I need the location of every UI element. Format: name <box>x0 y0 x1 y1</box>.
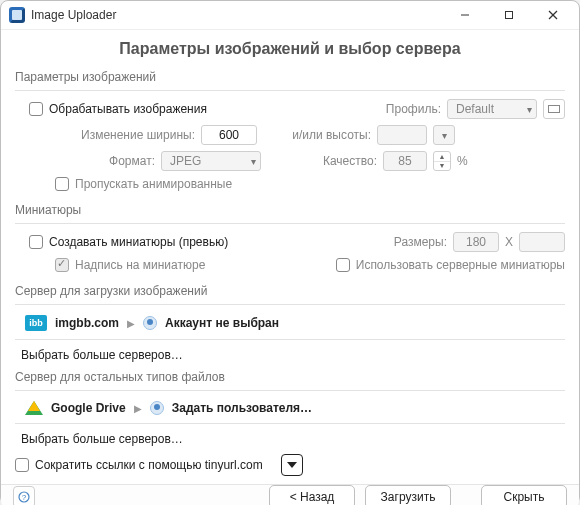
group-params-title: Параметры изображений <box>15 66 565 86</box>
divider <box>15 390 565 391</box>
thumb-width-input[interactable] <box>453 232 499 252</box>
divider <box>15 304 565 305</box>
create-thumbs-checkbox[interactable] <box>29 235 43 249</box>
divider <box>15 90 565 91</box>
quality-label: Качество: <box>309 154 377 168</box>
page-title: Параметры изображений и выбор сервера <box>1 30 579 66</box>
thumb-caption-label: Надпись на миниатюре <box>75 258 205 272</box>
chevron-right-icon: ▶ <box>127 318 135 329</box>
file-server-row[interactable]: Google Drive ▶ Задать пользователя… <box>15 397 565 419</box>
resize-width-label: Изменение ширины: <box>55 128 195 142</box>
content: Параметры изображений Обрабатывать изобр… <box>1 66 579 484</box>
process-images-label: Обрабатывать изображения <box>49 102 207 116</box>
back-button[interactable]: < Назад <box>269 485 355 505</box>
divider <box>15 423 565 424</box>
group-thumbs-title: Миниатюры <box>15 199 565 219</box>
format-select[interactable]: JPEG ▾ <box>161 151 261 171</box>
user-icon <box>143 316 157 330</box>
chevron-down-icon: ▾ <box>442 130 447 141</box>
image-server-row[interactable]: ibb imgbb.com ▶ Аккаунт не выбран <box>15 311 565 335</box>
google-drive-icon <box>25 401 43 415</box>
resize-mode-select[interactable]: ▾ <box>433 125 455 145</box>
resize-width-input[interactable] <box>201 125 257 145</box>
profile-label: Профиль: <box>383 102 441 116</box>
file-server-account[interactable]: Задать пользователя… <box>172 401 312 415</box>
server-thumbs-label: Использовать серверные миниатюры <box>356 258 565 272</box>
profile-manage-button[interactable] <box>543 99 565 119</box>
chevron-right-icon: ▶ <box>134 403 142 414</box>
server-thumbs-checkbox[interactable] <box>336 258 350 272</box>
imgbb-icon: ibb <box>25 315 47 331</box>
quality-unit: % <box>457 154 468 168</box>
app-icon <box>9 7 25 23</box>
maximize-button[interactable] <box>487 1 531 29</box>
shorten-links-checkbox[interactable] <box>15 458 29 472</box>
upload-button[interactable]: Загрузить <box>365 485 451 505</box>
format-label: Формат: <box>55 154 155 168</box>
help-button[interactable]: ? <box>13 486 35 505</box>
divider <box>15 223 565 224</box>
group-image-server-title: Сервер для загрузки изображений <box>15 280 565 300</box>
thumb-size-label: Размеры: <box>394 235 447 249</box>
skip-animated-label: Пропускать анимированные <box>75 177 232 191</box>
process-images-checkbox[interactable] <box>29 102 43 116</box>
resize-height-label: и/или высоты: <box>287 128 371 142</box>
footer: ? < Назад Загрузить Скрыть <box>1 484 579 505</box>
svg-text:?: ? <box>22 493 27 502</box>
thumb-x-label: X <box>505 235 513 249</box>
app-title: Image Uploader <box>31 8 116 22</box>
user-icon <box>150 401 164 415</box>
titlebar: Image Uploader <box>1 1 579 30</box>
quality-stepper[interactable]: ▲▼ <box>433 151 451 171</box>
chevron-down-icon <box>287 462 297 468</box>
hide-button[interactable]: Скрыть <box>481 485 567 505</box>
group-file-server-title: Сервер для остальных типов файлов <box>15 366 565 386</box>
image-server-account[interactable]: Аккаунт не выбран <box>165 316 279 330</box>
thumb-height-input[interactable] <box>519 232 565 252</box>
close-button[interactable] <box>531 1 575 29</box>
file-server-name: Google Drive <box>51 401 126 415</box>
divider <box>15 339 565 340</box>
quality-input[interactable] <box>383 151 427 171</box>
chevron-down-icon: ▾ <box>527 104 532 115</box>
profile-select[interactable]: Default ▾ <box>447 99 537 119</box>
minimize-button[interactable] <box>443 1 487 29</box>
svg-rect-4 <box>549 106 560 113</box>
shorten-links-label: Сократить ссылки с помощью tinyurl.com <box>35 458 263 472</box>
image-server-more[interactable]: Выбрать больше серверов… <box>21 348 183 362</box>
create-thumbs-label: Создавать миниатюры (превью) <box>49 235 228 249</box>
window: Image Uploader Параметры изображений и в… <box>0 0 580 505</box>
image-server-name: imgbb.com <box>55 316 119 330</box>
svg-rect-1 <box>506 12 513 19</box>
skip-animated-checkbox[interactable] <box>55 177 69 191</box>
chevron-down-icon: ▾ <box>251 156 256 167</box>
resize-height-input[interactable] <box>377 125 427 145</box>
thumb-caption-checkbox[interactable] <box>55 258 69 272</box>
file-server-more[interactable]: Выбрать больше серверов… <box>21 432 183 446</box>
shorten-options-button[interactable] <box>281 454 303 476</box>
